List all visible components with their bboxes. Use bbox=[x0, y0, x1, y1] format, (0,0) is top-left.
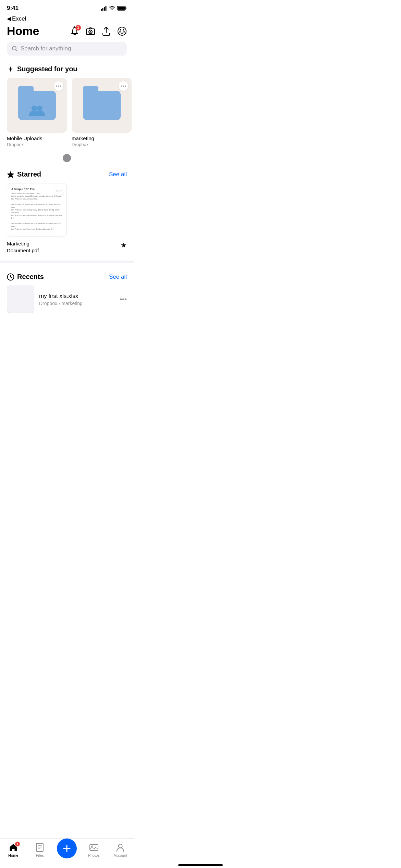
svg-rect-0 bbox=[101, 9, 102, 11]
notification-badge: 1 bbox=[75, 25, 81, 31]
battery-icon bbox=[117, 6, 127, 11]
svg-point-18 bbox=[119, 31, 121, 33]
starred-item-row-0: MarketingDocument.pdf ★ bbox=[7, 240, 127, 254]
header: Home 1 bbox=[0, 22, 134, 42]
recents-section: my first xls.xlsx Dropbox › marketing ••… bbox=[0, 286, 134, 313]
starred-section: A Simple PDF File This is a small demons… bbox=[0, 183, 134, 254]
back-arrow-icon: ◀ bbox=[7, 15, 11, 22]
folder-icon bbox=[83, 91, 121, 120]
recent-menu-button-0[interactable]: ••• bbox=[120, 296, 127, 303]
status-time: 9:41 bbox=[7, 5, 19, 12]
svg-rect-1 bbox=[102, 8, 104, 11]
svg-point-24 bbox=[37, 106, 42, 111]
card-name-0: Mobile Uploads bbox=[7, 135, 67, 141]
card-source-0: Dropbox bbox=[7, 142, 67, 147]
suggested-title: Suggested for you bbox=[7, 65, 77, 73]
pdf-preview: A Simple PDF File This is a small demons… bbox=[7, 183, 66, 237]
svg-point-32 bbox=[59, 191, 60, 192]
svg-point-31 bbox=[57, 191, 58, 192]
suggested-item-1[interactable]: marketing Dropbox bbox=[72, 78, 132, 147]
recents-title: Recents bbox=[7, 273, 44, 281]
recent-thumbnail-0 bbox=[7, 286, 34, 313]
svg-point-30 bbox=[125, 86, 126, 87]
search-placeholder: Search for anything bbox=[21, 45, 71, 52]
ellipsis-icon bbox=[56, 85, 61, 87]
svg-point-20 bbox=[121, 33, 123, 34]
svg-point-17 bbox=[123, 29, 124, 31]
recents-section-header: Recents See all bbox=[0, 270, 134, 286]
suggested-item-0[interactable]: Mobile Uploads Dropbox bbox=[7, 78, 67, 147]
svg-point-29 bbox=[123, 86, 124, 87]
ellipsis-icon bbox=[56, 190, 62, 192]
svg-point-27 bbox=[60, 86, 61, 87]
wifi-icon bbox=[109, 6, 115, 11]
status-icons bbox=[101, 6, 127, 11]
status-bar: 9:41 bbox=[0, 0, 134, 14]
header-actions: 1 bbox=[70, 26, 127, 36]
recent-filename-0: my first xls.xlsx bbox=[39, 293, 115, 300]
page-title: Home bbox=[7, 24, 39, 38]
svg-point-19 bbox=[123, 31, 125, 33]
svg-point-25 bbox=[56, 86, 57, 87]
camera-button[interactable] bbox=[86, 26, 95, 36]
bottom-spacer bbox=[0, 313, 134, 354]
starred-star-icon[interactable]: ★ bbox=[121, 241, 127, 249]
svg-rect-2 bbox=[104, 7, 105, 11]
theme-button[interactable] bbox=[117, 26, 127, 36]
recent-item-0[interactable]: my first xls.xlsx Dropbox › marketing ••… bbox=[7, 286, 127, 313]
ellipsis-icon bbox=[121, 85, 126, 87]
recent-info-0: my first xls.xlsx Dropbox › marketing bbox=[39, 293, 115, 306]
folder-users-icon bbox=[28, 105, 46, 116]
starred-title: Starred bbox=[7, 170, 41, 178]
svg-line-22 bbox=[16, 50, 17, 51]
clock-icon bbox=[7, 273, 14, 281]
sparkle-icon bbox=[7, 65, 14, 73]
card-source-1: Dropbox bbox=[72, 142, 132, 147]
starred-section-header: Starred See all bbox=[0, 168, 134, 183]
pdf-body: This is a small demonstration pdf file -… bbox=[11, 192, 62, 230]
svg-point-23 bbox=[32, 106, 37, 111]
star-icon bbox=[7, 171, 14, 178]
svg-point-33 bbox=[61, 191, 62, 192]
suggested-title-text: Suggested for you bbox=[17, 65, 77, 73]
back-nav-label[interactable]: Excel bbox=[12, 15, 26, 22]
scroll-dot bbox=[63, 154, 71, 162]
card-thumbnail-1 bbox=[72, 78, 132, 133]
folder-shared-icon bbox=[18, 91, 56, 120]
starred-title-text: Starred bbox=[17, 170, 41, 178]
svg-point-26 bbox=[58, 86, 59, 87]
signal-icon bbox=[101, 6, 107, 11]
search-icon bbox=[12, 46, 18, 52]
back-nav[interactable]: ◀ Excel bbox=[0, 14, 134, 22]
scroll-indicator bbox=[0, 150, 134, 168]
palette-icon bbox=[117, 26, 127, 36]
card-menu-button-0[interactable] bbox=[54, 81, 63, 91]
section-divider bbox=[0, 261, 134, 263]
search-container: Search for anything bbox=[0, 42, 134, 62]
svg-rect-6 bbox=[118, 7, 125, 10]
search-bar[interactable]: Search for anything bbox=[7, 42, 127, 56]
card-name-1: marketing bbox=[72, 135, 132, 141]
svg-rect-3 bbox=[106, 6, 107, 11]
pdf-menu-button[interactable] bbox=[54, 186, 64, 196]
svg-point-4 bbox=[112, 9, 113, 10]
upload-button[interactable] bbox=[101, 26, 111, 36]
svg-point-16 bbox=[120, 29, 121, 31]
recents-see-all-button[interactable]: See all bbox=[109, 274, 127, 280]
recent-path-0: Dropbox › marketing bbox=[39, 301, 115, 306]
starred-item-0[interactable]: A Simple PDF File This is a small demons… bbox=[7, 183, 67, 237]
svg-point-15 bbox=[118, 27, 126, 35]
svg-point-28 bbox=[121, 86, 122, 87]
starred-filename-0: MarketingDocument.pdf bbox=[7, 240, 39, 254]
card-thumbnail-0 bbox=[7, 78, 67, 133]
suggested-section-header: Suggested for you bbox=[0, 62, 134, 78]
upload-icon bbox=[102, 26, 110, 36]
starred-see-all-button[interactable]: See all bbox=[109, 171, 127, 178]
recents-title-text: Recents bbox=[17, 273, 44, 281]
card-menu-button-1[interactable] bbox=[119, 81, 128, 91]
camera-icon bbox=[86, 27, 95, 35]
svg-rect-7 bbox=[126, 8, 127, 9]
notification-button[interactable]: 1 bbox=[70, 26, 80, 36]
suggested-scroll: Mobile Uploads Dropbox marketing Dropbox bbox=[0, 78, 134, 150]
